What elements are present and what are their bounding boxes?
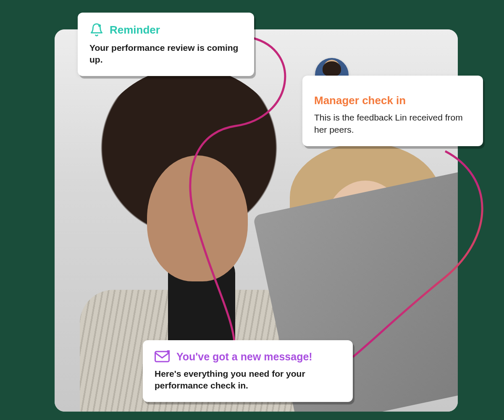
- canvas: Reminder Your performance review is comi…: [0, 0, 504, 420]
- manager-body: This is the feedback Lin received from h…: [314, 111, 471, 136]
- bell-icon: [89, 23, 104, 37]
- message-title: You've got a new message!: [176, 351, 312, 363]
- message-card: You've got a new message! Here's everyth…: [143, 340, 353, 402]
- mail-icon: [155, 350, 170, 363]
- message-body: Here's everything you need for your perf…: [155, 368, 341, 392]
- svg-point-2: [167, 350, 170, 353]
- message-header: You've got a new message!: [155, 350, 341, 363]
- reminder-title: Reminder: [110, 24, 160, 37]
- reminder-body: Your performance review is coming up.: [89, 42, 242, 66]
- svg-rect-1: [155, 352, 169, 362]
- svg-point-0: [98, 24, 101, 27]
- reminder-header: Reminder: [89, 23, 242, 37]
- manager-title: Manager check in: [314, 94, 471, 107]
- manager-card: Manager check in This is the feedback Li…: [302, 76, 483, 146]
- person-1-face: [147, 155, 248, 281]
- reminder-card: Reminder Your performance review is comi…: [78, 13, 254, 76]
